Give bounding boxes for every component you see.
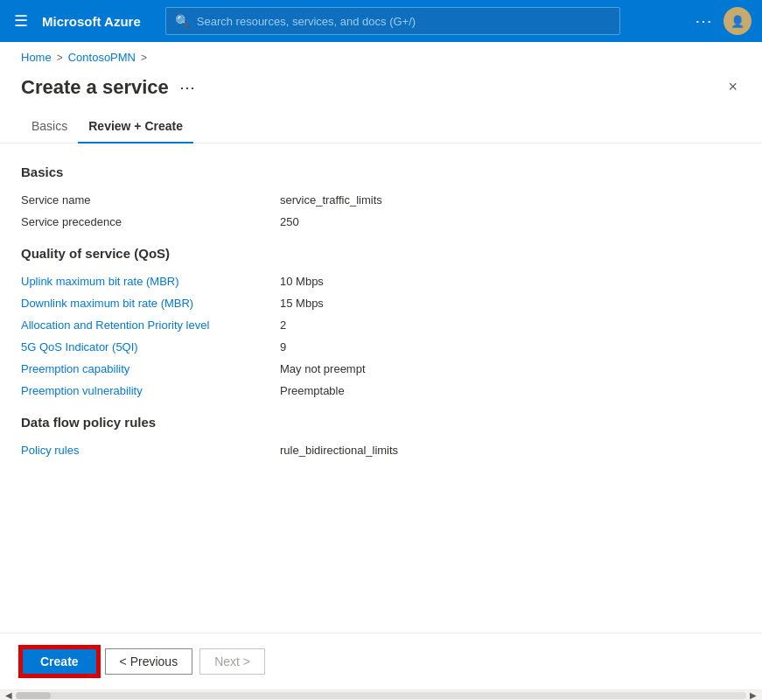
field-label-policy-rules: Policy rules <box>21 444 266 457</box>
field-label-downlink-mbr: Downlink maximum bit rate (MBR) <box>21 297 266 310</box>
scroll-right-icon[interactable]: ▶ <box>746 690 760 701</box>
breadcrumb: Home > ContosoPMN > <box>0 42 762 67</box>
field-service-name: Service name service_traffic_limits <box>21 193 741 206</box>
app-title: Microsoft Azure <box>42 14 141 29</box>
field-value-uplink-mbr: 10 Mbps <box>280 275 324 288</box>
field-value-policy-rules: rule_bidirectional_limits <box>280 444 398 457</box>
search-icon: 🔍 <box>175 14 190 28</box>
field-value-service-name: service_traffic_limits <box>280 193 382 206</box>
tab-review-create[interactable]: Review + Create <box>78 110 193 144</box>
breadcrumb-contoso[interactable]: ContosoPMN <box>68 51 136 64</box>
field-value-downlink-mbr: 15 Mbps <box>280 297 324 310</box>
field-label-preemption-vulnerability: Preemption vulnerability <box>21 384 266 397</box>
page-container: Home > ContosoPMN > Create a service ⋯ ×… <box>0 42 762 700</box>
scroll-left-icon[interactable]: ◀ <box>2 690 16 701</box>
scrollbar-track[interactable] <box>16 692 746 699</box>
section-qos-title: Quality of service (QoS) <box>21 246 741 261</box>
field-value-arp: 2 <box>280 318 286 332</box>
page-header-left: Create a service ⋯ <box>21 76 196 99</box>
field-label-service-name: Service name <box>21 193 266 206</box>
field-value-preemption-capability: May not preempt <box>280 362 366 375</box>
field-policy-rules: Policy rules rule_bidirectional_limits <box>21 444 741 457</box>
field-arp: Allocation and Retention Priority level … <box>21 318 741 332</box>
section-policy-title: Data flow policy rules <box>21 415 741 430</box>
field-label-arp: Allocation and Retention Priority level <box>21 318 266 332</box>
topnav-right: ⋯ 👤 <box>695 7 752 35</box>
footer: Create < Previous Next > <box>0 633 762 690</box>
field-downlink-mbr: Downlink maximum bit rate (MBR) 15 Mbps <box>21 297 741 310</box>
field-value-preemption-vulnerability: Preemptable <box>280 384 345 397</box>
scrollbar-thumb[interactable] <box>16 692 51 699</box>
field-value-service-precedence: 250 <box>280 215 299 228</box>
breadcrumb-sep-2: > <box>141 52 147 64</box>
page-header: Create a service ⋯ × <box>0 67 762 100</box>
form-content: Basics Service name service_traffic_limi… <box>0 144 762 550</box>
page-options-icon[interactable]: ⋯ <box>179 78 196 97</box>
field-label-uplink-mbr: Uplink maximum bit rate (MBR) <box>21 275 266 288</box>
scrollbar-row: ◀ ▶ <box>0 690 762 700</box>
topnav-more-icon[interactable]: ⋯ <box>695 10 713 32</box>
topnav: ☰ Microsoft Azure 🔍 ⋯ 👤 <box>0 0 762 42</box>
tab-basics[interactable]: Basics <box>21 110 78 144</box>
breadcrumb-home[interactable]: Home <box>21 51 52 64</box>
field-service-precedence: Service precedence 250 <box>21 215 741 228</box>
field-preemption-capability: Preemption capability May not preempt <box>21 362 741 375</box>
close-button[interactable]: × <box>724 74 741 100</box>
previous-button[interactable]: < Previous <box>105 648 193 675</box>
field-value-5qi: 9 <box>280 340 286 354</box>
field-label-preemption-capability: Preemption capability <box>21 362 266 375</box>
page-title: Create a service <box>21 76 169 99</box>
next-button: Next > <box>199 648 265 675</box>
field-preemption-vulnerability: Preemption vulnerability Preemptable <box>21 384 741 397</box>
section-basics-title: Basics <box>21 164 741 179</box>
field-5qi: 5G QoS Indicator (5QI) 9 <box>21 340 741 354</box>
create-button[interactable]: Create <box>21 648 98 676</box>
breadcrumb-sep-1: > <box>57 52 63 64</box>
field-label-5qi: 5G QoS Indicator (5QI) <box>21 340 266 354</box>
avatar[interactable]: 👤 <box>724 7 752 35</box>
field-uplink-mbr: Uplink maximum bit rate (MBR) 10 Mbps <box>21 275 741 288</box>
tabs: Basics Review + Create <box>0 110 762 144</box>
search-box[interactable]: 🔍 <box>165 7 620 35</box>
search-input[interactable] <box>197 15 611 28</box>
field-label-service-precedence: Service precedence <box>21 215 266 228</box>
hamburger-icon[interactable]: ☰ <box>10 8 31 34</box>
